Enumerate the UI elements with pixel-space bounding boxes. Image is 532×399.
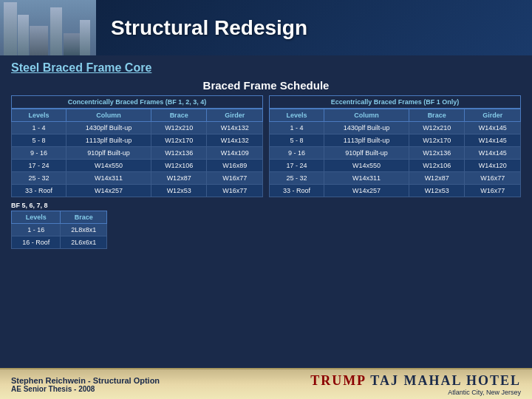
table-row: 1 - 4 1430plf Built-up W12x210 W14x132 [12, 122, 263, 134]
cell: 9 - 16 [12, 147, 66, 160]
table-row: 5 - 8 1113plf Built-up W12x170 W14x145 [270, 134, 521, 147]
footer-line1: Stephen Reichwein - Structural Option [11, 376, 160, 385]
cell: W12x136 [409, 147, 465, 160]
hotel-location: Atlantic City, New Jersey [310, 389, 521, 396]
eccentric-col-levels: Levels [270, 109, 324, 122]
main-content: Steel Braced Frame Core Braced Frame Sch… [0, 55, 532, 253]
table-row: 25 - 32 W14x311 W12x87 W16x77 [270, 172, 521, 185]
eccentric-col-brace: Brace [409, 109, 465, 122]
concentric-table-group: Concentrically Braced Frames (BF 1, 2, 3… [11, 95, 263, 197]
cell: 9 - 16 [270, 147, 324, 160]
table-row: 25 - 32 W14x311 W12x87 W16x77 [12, 172, 263, 185]
cell: W12x136 [151, 147, 207, 160]
schedule-title: Braced Frame Schedule [11, 79, 521, 92]
cell: W14x311 [324, 172, 409, 185]
cell: 17 - 24 [270, 160, 324, 172]
cell: W12x87 [151, 172, 207, 185]
cell: 2L8x8x1 [61, 224, 107, 236]
cell: W16x89 [207, 160, 263, 172]
cell: W12x53 [151, 185, 207, 197]
cell: W16x77 [207, 172, 263, 185]
cell: W12x53 [409, 185, 465, 197]
cell: 1 - 4 [12, 122, 66, 134]
cell: 1 - 16 [12, 224, 61, 236]
concentric-col-column: Column [66, 109, 151, 122]
cell: 33 - Roof [270, 185, 324, 197]
small-table-section: BF 5, 6, 7, 8 Levels Brace 1 - 16 2L8x8x… [11, 202, 521, 249]
footer-left: Stephen Reichwein - Structural Option AE… [11, 376, 160, 393]
cell: W14x311 [66, 172, 151, 185]
table-row: 33 - Roof W14x257 W12x53 W16x77 [12, 185, 263, 197]
concentric-group-header: Concentrically Braced Frames (BF 1, 2, 3… [11, 95, 263, 109]
cell: 25 - 32 [12, 172, 66, 185]
cell: W12x87 [409, 172, 465, 185]
cell: W12x170 [409, 134, 465, 147]
cell: W16x77 [465, 185, 521, 197]
cell: W14x145 [465, 122, 521, 134]
cell: 5 - 8 [270, 134, 324, 147]
cell: W12x170 [151, 134, 207, 147]
cell: W12x106 [151, 160, 207, 172]
cell: W14x132 [207, 134, 263, 147]
cell: 1113plf Built-up [324, 134, 409, 147]
small-table: Levels Brace 1 - 16 2L8x8x1 16 - Roof 2L… [11, 211, 107, 249]
table-row: 1 - 4 1430plf Built-up W12x210 W14x145 [270, 122, 521, 134]
table-row: 1 - 16 2L8x8x1 [12, 224, 107, 236]
cell: 33 - Roof [12, 185, 66, 197]
footer-right: TRUMP TAJ MAHAL HOTEL Atlantic City, New… [310, 373, 521, 396]
cell: 16 - Roof [12, 236, 61, 249]
table-row: 33 - Roof W14x257 W12x53 W16x77 [270, 185, 521, 197]
table-row: 17 - 24 W14x550 W12x106 W16x89 [12, 160, 263, 172]
eccentric-table-group: Eccentrically Braced Frames (BF 1 Only) … [269, 95, 521, 197]
concentric-col-levels: Levels [12, 109, 66, 122]
cell: W14x109 [207, 147, 263, 160]
cell: 1430plf Built-up [324, 122, 409, 134]
cell: W12x106 [409, 160, 465, 172]
footer: Stephen Reichwein - Structural Option AE… [0, 368, 532, 399]
small-col-brace: Brace [61, 211, 107, 224]
building-image [0, 0, 96, 55]
cell: 1 - 4 [270, 122, 324, 134]
cell: W14x257 [66, 185, 151, 197]
cell: 25 - 32 [270, 172, 324, 185]
eccentric-col-column: Column [324, 109, 409, 122]
cell: 1430plf Built-up [66, 122, 151, 134]
table-row: 16 - Roof 2L6x6x1 [12, 236, 107, 249]
small-col-levels: Levels [12, 211, 61, 224]
section-title: Steel Braced Frame Core [11, 61, 521, 75]
hotel-name: TRUMP TAJ MAHAL HOTEL [310, 373, 521, 389]
hotel-rest: TAJ MAHAL HOTEL [370, 373, 521, 388]
cell: W14x145 [465, 147, 521, 160]
page-title: Structural Redesign [96, 16, 307, 40]
cell: 17 - 24 [12, 160, 66, 172]
cell: 1113plf Built-up [66, 134, 151, 147]
cell: W14x550 [66, 160, 151, 172]
concentric-col-brace: Brace [151, 109, 207, 122]
cell: W16x77 [465, 172, 521, 185]
eccentric-table: Levels Column Brace Girder 1 - 4 1430plf… [269, 109, 521, 197]
table-row: 17 - 24 W14x550 W12x106 W14x120 [270, 160, 521, 172]
small-table-header: BF 5, 6, 7, 8 [11, 202, 521, 209]
table-row: 5 - 8 1113plf Built-up W12x170 W14x132 [12, 134, 263, 147]
cell: 910plf Built-up [66, 147, 151, 160]
cell: W14x257 [324, 185, 409, 197]
cell: W12x210 [409, 122, 465, 134]
cell: W14x132 [207, 122, 263, 134]
cell: 2L6x6x1 [61, 236, 107, 249]
tables-row: Concentrically Braced Frames (BF 1, 2, 3… [11, 95, 521, 197]
concentric-table: Levels Column Brace Girder 1 - 4 1430plf… [11, 109, 263, 197]
cell: 5 - 8 [12, 134, 66, 147]
trump-word: TRUMP [310, 373, 370, 388]
cell: 910plf Built-up [324, 147, 409, 160]
table-row: 9 - 16 910plf Built-up W12x136 W14x109 [12, 147, 263, 160]
eccentric-col-girder: Girder [465, 109, 521, 122]
header: Structural Redesign [0, 0, 532, 55]
cell: W16x77 [207, 185, 263, 197]
cell: W14x550 [324, 160, 409, 172]
footer-line2: AE Senior Thesis - 2008 [11, 385, 160, 393]
cell: W14x120 [465, 160, 521, 172]
table-row: 9 - 16 910plf Built-up W12x136 W14x145 [270, 147, 521, 160]
eccentric-group-header: Eccentrically Braced Frames (BF 1 Only) [269, 95, 521, 109]
cell: W14x145 [465, 134, 521, 147]
cell: W12x210 [151, 122, 207, 134]
